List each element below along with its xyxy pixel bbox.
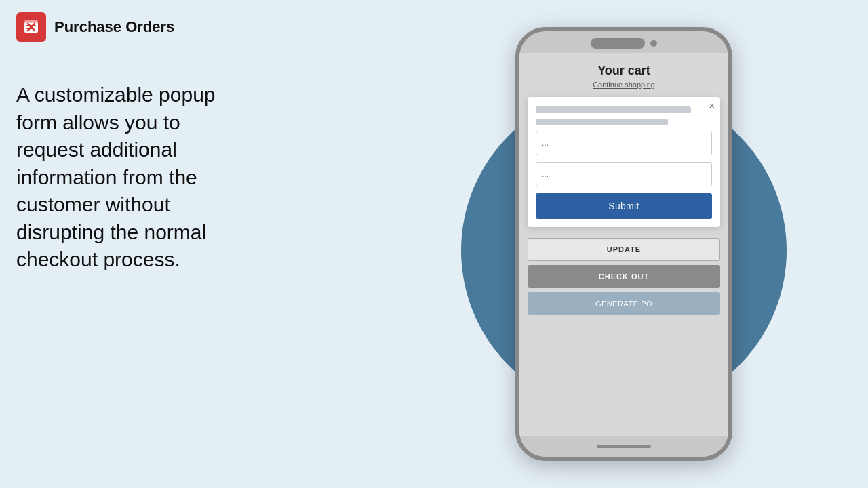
checkout-button[interactable]: CHECK OUT (528, 265, 720, 288)
logo-icon (16, 12, 46, 42)
placeholder-bar-1 (536, 106, 691, 113)
continue-shopping-link[interactable]: Continue shopping (593, 81, 655, 89)
description-text: A customizable popup form allows you to … (16, 81, 233, 274)
phone-notch (591, 38, 645, 49)
input-wrapper-2 (536, 162, 712, 186)
popup-modal: × Submit (528, 97, 720, 227)
phone-camera (650, 40, 657, 47)
placeholder-bar-2 (536, 119, 668, 125)
popup-input-1[interactable] (536, 131, 712, 155)
input-wrapper-1 (536, 131, 712, 155)
phone-area: Your cart Continue shopping × Submit (380, 0, 868, 488)
phone-top-bar (519, 31, 728, 53)
phone-home-indicator (597, 445, 651, 448)
close-icon[interactable]: × (709, 101, 715, 110)
cart-buttons: UPDATE CHECK OUT Generate PO (528, 238, 720, 315)
cart-title: Your cart (597, 64, 650, 78)
submit-button[interactable]: Submit (536, 193, 712, 219)
update-button[interactable]: UPDATE (528, 238, 720, 261)
phone-screen: Your cart Continue shopping × Submit (519, 53, 728, 436)
logo-title: Purchase Orders (54, 18, 174, 36)
generate-po-button[interactable]: Generate PO (528, 292, 720, 315)
phone-mockup: Your cart Continue shopping × Submit (515, 27, 732, 461)
popup-input-2[interactable] (536, 162, 712, 186)
phone-bottom-bar (519, 436, 728, 457)
